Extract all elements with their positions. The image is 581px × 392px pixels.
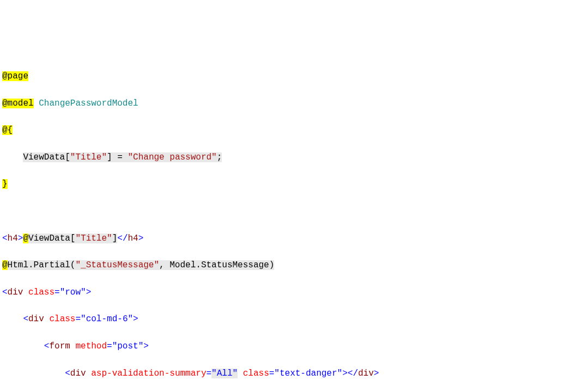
razor-directive: @page [2, 71, 28, 81]
code-editor[interactable]: @page @model ChangePasswordModel @{ View… [0, 54, 581, 392]
code-line: @model ChangePasswordModel [2, 97, 581, 111]
code-line: <h4>@ViewData["Title"]</h4> [2, 232, 581, 246]
razor-code: ViewData["Title"] = "Change password"; [23, 152, 222, 162]
code-line: <div asp-validation-summary="All" class=… [2, 367, 581, 381]
razor-expression: ViewData["Title"] [28, 234, 117, 243]
razor-block-close: } [2, 179, 8, 189]
razor-at: @ [2, 260, 8, 270]
razor-block-open: @{ [2, 125, 13, 135]
code-line: } [2, 177, 581, 191]
razor-directive: @model [2, 99, 34, 108]
code-line: <div class="row"> [2, 286, 581, 299]
code-line: ViewData["Title"] = "Change password"; [2, 151, 581, 164]
code-line [2, 205, 581, 218]
code-line: @Html.Partial("_StatusMessage", Model.St… [2, 259, 581, 272]
code-line: @page [2, 70, 581, 83]
razor-at: @ [23, 234, 28, 243]
model-type: ChangePasswordModel [39, 99, 138, 108]
code-line: @{ [2, 124, 581, 137]
code-line: <div class="col-md-6"> [2, 313, 581, 326]
razor-expression: Html.Partial("_StatusMessage", Model.Sta… [8, 260, 275, 270]
code-line: <form method="post"> [2, 340, 581, 353]
